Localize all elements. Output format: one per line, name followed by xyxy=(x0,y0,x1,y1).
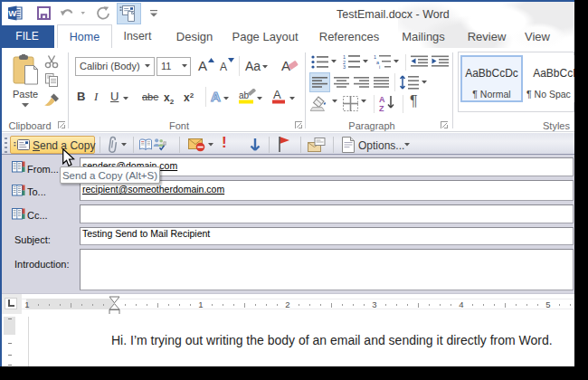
svg-text:A: A xyxy=(273,89,281,101)
svg-text:@: @ xyxy=(163,140,166,146)
svg-text:ab: ab xyxy=(239,90,250,100)
svg-text:A: A xyxy=(379,95,385,104)
svg-text:W: W xyxy=(8,8,16,18)
svg-text:3: 3 xyxy=(343,64,346,69)
svg-text:i: i xyxy=(379,64,380,69)
svg-text:Z: Z xyxy=(379,104,384,112)
